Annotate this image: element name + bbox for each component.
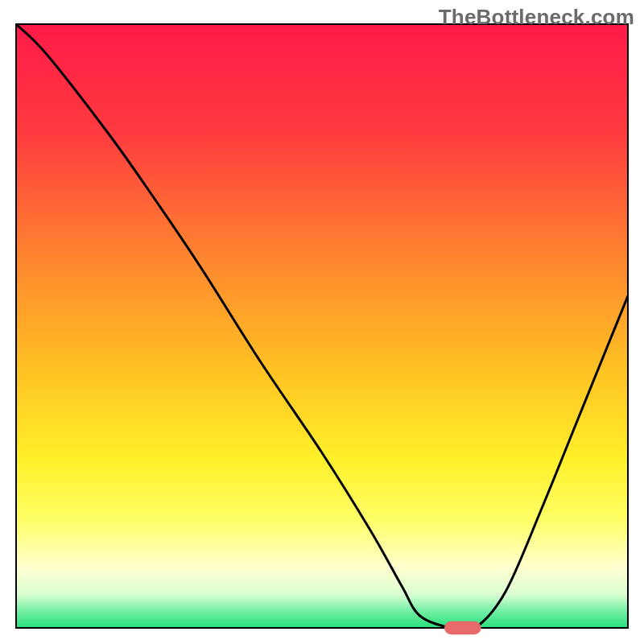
bottleneck-chart (0, 0, 644, 644)
chart-frame: TheBottleneck.com (0, 0, 644, 644)
plot-background (16, 24, 628, 628)
watermark-text: TheBottleneck.com (439, 5, 634, 30)
optimal-marker (444, 621, 481, 635)
